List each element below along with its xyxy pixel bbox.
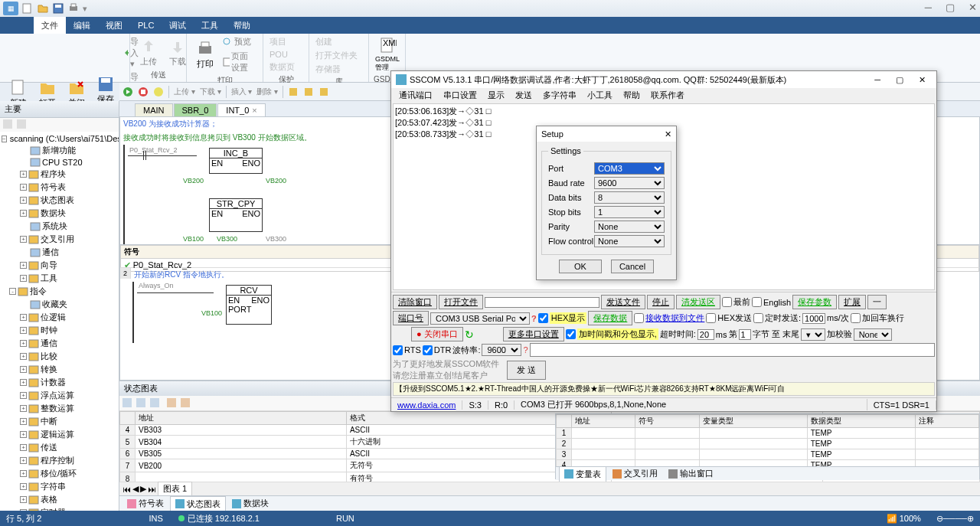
english-checkbox[interactable] [752,297,762,307]
qat-dropdown[interactable]: ▾ [83,4,87,14]
top-checkbox[interactable] [722,297,732,307]
setup-ok-button[interactable]: OK [559,260,602,273]
rcv-block[interactable]: RCV ENENO PORT [226,285,272,325]
tree-node[interactable]: +整数运算 [2,402,117,415]
sscom-maximize-icon[interactable]: ▢ [896,75,903,85]
tree-node[interactable]: 系统块 [2,220,117,233]
setup-baud-select[interactable]: 9600 [594,177,665,189]
open-icon[interactable] [37,2,49,15]
expand-icon[interactable]: + [20,275,27,282]
expand-icon[interactable]: - [9,288,16,295]
tree-node[interactable]: +比较 [2,350,117,363]
tree-node[interactable]: +移位/循环 [2,467,117,480]
setup-cancel-button[interactable]: Cancel [611,260,654,273]
expand-icon[interactable]: + [20,457,27,464]
btab-status[interactable]: 状态图表 [170,496,226,511]
btab-symbol[interactable]: 符号表 [122,496,168,511]
dtr-checkbox[interactable] [423,345,433,355]
setup-close-icon[interactable]: ✕ [665,129,671,139]
tree-node[interactable]: +程序控制 [2,454,117,467]
tree-node[interactable]: 新增功能 [2,144,117,157]
insert-dropdown[interactable]: 插入 ▾ [231,87,253,97]
download-button[interactable]: 下载 [164,35,191,69]
crlf-checkbox[interactable] [851,313,861,323]
tree-node[interactable]: +向导 [2,259,117,272]
expand-icon[interactable]: + [20,392,27,399]
menu-edit[interactable]: 编辑 [66,17,98,34]
tool-icon-3[interactable] [318,87,329,97]
port-label-button[interactable]: 端口号 [393,311,429,325]
save-params-button[interactable]: 保存参数 [792,295,837,309]
recv-file-checkbox[interactable] [634,313,644,323]
expand-icon[interactable]: + [20,470,27,477]
tree-node[interactable]: +字符串 [2,480,117,493]
sscom-menu-display[interactable]: 显示 [483,90,509,101]
timestamp-checkbox[interactable] [566,329,576,339]
download-dropdown[interactable]: 下载 ▾ [200,87,221,97]
menu-plc[interactable]: PLC [130,17,162,34]
setup-titlebar[interactable]: Setup ✕ [537,126,676,142]
byte-end-select[interactable]: ▾ [801,328,825,341]
upload-button[interactable]: 上传 [135,35,162,69]
expand-icon[interactable]: + [20,197,27,204]
expand-icon[interactable]: + [20,405,27,412]
chart-nav-next[interactable]: ▶ [140,484,146,494]
tree-tool-icon[interactable] [3,119,14,130]
tree-node[interactable]: +中断 [2,415,117,428]
gsdml-button[interactable]: XMLGSDML 管理 [374,35,401,74]
tree-node[interactable]: +符号表 [2,181,117,194]
menu-help[interactable]: 帮助 [226,17,258,34]
tree-node[interactable]: -指令 [2,285,117,298]
hex-send-checkbox[interactable] [706,313,716,323]
status-zoom-out[interactable]: ⊖────⊕ [936,514,974,524]
tree-node[interactable]: +传送 [2,441,117,454]
tree-node[interactable]: +工具 [2,272,117,285]
clear-window-button[interactable]: 清除窗口 [393,295,437,309]
stop-button[interactable]: 停止 [647,295,675,309]
tab-main[interactable]: MAIN [135,103,173,116]
expand-icon[interactable]: + [20,314,27,321]
print-button[interactable]: 打印 [191,35,219,74]
str-cpy-block[interactable]: STR_CPY ENENO [209,198,263,232]
refresh-icon[interactable]: ↻ [465,328,474,341]
help-icon[interactable]: ? [531,314,537,323]
close-icon[interactable]: ✕ [969,2,977,13]
send-file-button[interactable]: 发送文件 [601,295,645,309]
tree-node[interactable]: +数据块 [2,207,117,220]
open-file-button[interactable]: 打开文件 [439,295,483,309]
expand-icon[interactable]: + [20,262,27,269]
tree-node[interactable]: +位逻辑 [2,311,117,324]
timeout-input[interactable] [697,329,714,340]
rts-checkbox[interactable] [393,345,403,355]
expand-icon[interactable]: + [20,210,27,217]
maximize-icon[interactable]: ▢ [946,2,955,13]
delete-dropdown[interactable]: 删除 ▾ [256,87,278,97]
expand-icon[interactable]: + [20,418,27,425]
tab-sbr0[interactable]: SBR_0 [174,103,217,116]
clear-send-button[interactable]: 清发送区 [676,295,720,309]
sscom-minimize-icon[interactable]: ─ [874,75,880,84]
port-select[interactable]: COM3 USB Serial Port [430,312,530,325]
chart-tool-icon[interactable] [136,398,147,409]
expand-icon[interactable]: + [20,236,27,243]
rtab-output[interactable]: 输出窗口 [664,466,718,481]
menu-file[interactable]: 文件 [34,17,66,34]
expand-icon[interactable]: + [20,366,27,373]
chart-tool-icon[interactable] [122,398,133,409]
extend-button[interactable]: 扩展 [838,295,866,309]
expand-icon[interactable]: + [20,327,27,334]
interval-input[interactable] [802,313,825,324]
setup-flow-select[interactable]: None [594,235,665,247]
expand-icon[interactable]: + [20,483,27,490]
menu-tools[interactable]: 工具 [194,17,226,34]
upload-dropdown[interactable]: 上传 ▾ [174,87,195,97]
tool-icon-2[interactable] [303,87,314,97]
tree-node[interactable]: +浮点运算 [2,389,117,402]
chart-tab[interactable]: 图表 1 [158,482,192,496]
expand-icon[interactable]: + [20,496,27,503]
pause-icon[interactable] [153,87,164,97]
send-input[interactable] [530,343,935,357]
tree-node[interactable]: 通信 [2,246,117,259]
status-zoom[interactable]: 📶 100% [887,514,921,524]
chart-nav-prev[interactable]: ◀ [132,484,139,494]
